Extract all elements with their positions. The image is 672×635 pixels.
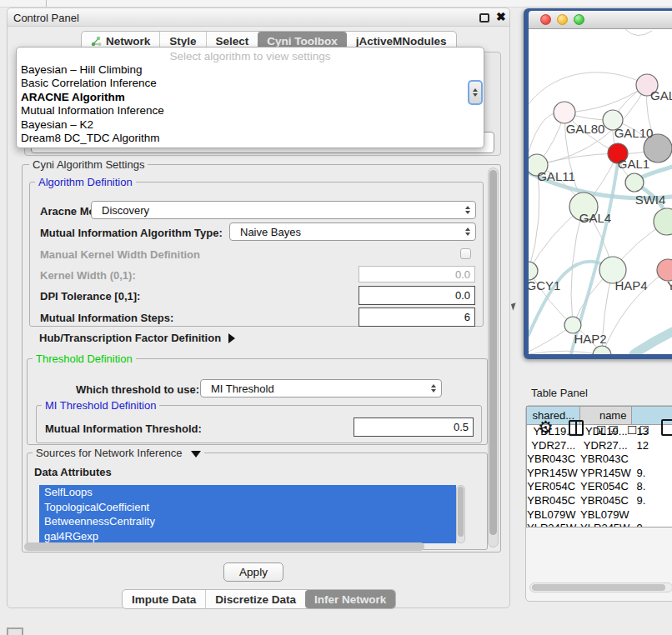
attributes-list-scroll-thumb[interactable] (458, 487, 464, 537)
table-cell: YER054C (527, 480, 580, 494)
node-hap2[interactable] (564, 317, 581, 333)
algorithm-option-basic-correlation-inference[interactable]: Basic Correlation Inference (17, 77, 484, 90)
stepper-up-icon (473, 88, 478, 92)
algorithm-option-dream8-dc-tdc-algorithm[interactable]: Dream8 DC_TDC Algorithm (17, 132, 484, 145)
table-cell: YBL079W (580, 508, 633, 522)
tab-impute-data[interactable]: Impute Data (123, 590, 205, 608)
table-cell: YLR345W (580, 522, 633, 528)
algorithm-combo-stepper[interactable] (468, 80, 483, 105)
node-label-swi4: SWI4 (635, 192, 666, 207)
kernel-width-label: Kernel Width (0,1): (40, 269, 136, 282)
attribute-betweennesscentrality[interactable]: BetweennessCentrality (39, 514, 456, 529)
aracne-mode-value: Discovery (92, 204, 465, 217)
mi-threshold-field[interactable]: 0.5 (354, 418, 474, 437)
tab-infer-network[interactable]: Infer Network (305, 590, 395, 608)
table-cell: 8. (633, 480, 672, 494)
gear-icon[interactable]: ⚙ (538, 418, 554, 438)
tab-label: Style (169, 35, 196, 48)
column-header-name[interactable]: name (580, 407, 632, 424)
node-gcy1[interactable] (529, 262, 538, 280)
algorithm-option-aracne-algorithm[interactable]: ARACNE Algorithm (17, 91, 484, 104)
network-tab-icon (91, 36, 102, 47)
sources-title-text: Sources for Network Inference (36, 447, 183, 459)
node-swi4[interactable] (625, 173, 644, 192)
mi-steps-label: Mutual Information Steps: (40, 312, 173, 324)
table-row[interactable]: YBL079WYBL079W (527, 508, 672, 522)
mi-steps-field[interactable]: 6 (359, 308, 475, 327)
close-window-icon[interactable] (540, 14, 551, 25)
algorithm-option-bayesian-k2[interactable]: Bayesian – K2 (17, 118, 484, 132)
attribute-selfloops[interactable]: SelfLoops (39, 485, 456, 500)
combo-stepper-icon (465, 206, 470, 214)
combo-stepper-icon (431, 384, 436, 392)
bottom-tab-bar: Impute DataDiscretize DataInfer Network (122, 589, 396, 609)
minimized-panel-icon[interactable] (7, 628, 23, 635)
network-canvas[interactable]: GALGAL80GAL10GAL1GAL11SWI4GAL4GCY1HAP4YH… (529, 29, 672, 354)
table-hscroll-thumb[interactable] (532, 584, 665, 591)
close-panel-icon[interactable]: ✖ (496, 10, 506, 23)
algorithm-definition-group: Algorithm Definition Aracne Mode: Discov… (29, 182, 484, 327)
table-row[interactable]: YBR043CYBR043C (527, 452, 672, 467)
float-panel-icon[interactable] (479, 13, 489, 22)
control-panel-titlebar (8, 8, 509, 27)
control-panel-title: Control Panel (13, 12, 79, 24)
algorithm-option-bayesian-hill-climbing[interactable]: Bayesian – Hill Climbing (17, 63, 484, 77)
settings-vscroll-thumb[interactable] (489, 170, 497, 535)
table-cell: 9. (633, 494, 672, 508)
aracne-mode-combo[interactable]: Discovery (91, 201, 476, 219)
tab-label: jActiveMNodules (356, 35, 447, 48)
settings-vertical-scrollbar[interactable] (488, 168, 499, 548)
table-row[interactable]: YLR345WYLR345W9. (527, 522, 672, 528)
which-threshold-combo[interactable]: MI Threshold (200, 379, 442, 398)
dpi-tolerance-label: DPI Tolerance [0,1]: (40, 290, 140, 302)
zoom-window-icon[interactable] (574, 14, 584, 25)
tab-label: Network (106, 35, 150, 48)
table-panel-window: ⚙ ☑☑ ☐☐ shared...name YDL19...YDL19...13… (525, 405, 672, 602)
tab-label: Impute Data (132, 593, 196, 606)
minimize-window-icon[interactable] (557, 14, 568, 25)
mi-algorithm-type-combo[interactable]: Naive Bayes (229, 222, 476, 241)
hub-tf-definition-toggle[interactable]: Hub/Transcription Factor Definition (39, 332, 235, 344)
node-label-gal11: GAL11 (537, 169, 575, 183)
table-cell: YER054C (580, 480, 633, 494)
select-all-checkboxes-icon[interactable]: ☑☑ (596, 423, 620, 437)
mi-threshold-definition-title: MI Threshold Definition (42, 399, 159, 412)
stepper-down-icon (473, 93, 478, 97)
kernel-width-field[interactable]: 0.0 (359, 266, 475, 282)
table-horizontal-scrollbar[interactable] (529, 582, 672, 592)
table-body: YDL19...YDL19...13YDR27...YDR27...12YBR0… (527, 425, 672, 528)
node-bottom[interactable] (593, 346, 611, 354)
table-panel-title: Table Panel (531, 387, 588, 399)
dpi-tolerance-field[interactable]: 0.0 (359, 286, 475, 305)
apply-button[interactable]: Apply (223, 562, 283, 582)
attribute-topologicalcoefficient[interactable]: TopologicalCoefficient (39, 500, 456, 515)
table-cell: 12 (633, 439, 672, 453)
table-row[interactable]: YER054CYER054C8. (527, 480, 672, 494)
deselect-all-checkboxes-icon[interactable]: ☐☐ (627, 423, 651, 437)
settings-horizontal-scroll-thumb[interactable] (24, 542, 424, 551)
table-row[interactable]: YBR045CYBR045C9. (527, 494, 672, 508)
attributes-list-scrollbar[interactable] (456, 485, 465, 543)
collapsed-arrow-icon (228, 333, 235, 343)
split-columns-icon[interactable] (569, 420, 584, 436)
export-table-icon[interactable] (661, 419, 672, 436)
top-background-strip (0, 0, 672, 8)
attribute-gal4rgexp[interactable]: gal4RGexp (39, 529, 456, 544)
mouse-cursor (511, 302, 518, 310)
node-label-gal10: GAL10 (614, 126, 654, 140)
data-attributes-list: SelfLoopsTopologicalCoefficientBetweenne… (39, 485, 456, 543)
table-cell: YPR145W (580, 467, 633, 481)
node-gal80[interactable] (554, 102, 575, 123)
table-cell: 9. (633, 467, 672, 481)
table-cell: YBR045C (580, 494, 633, 508)
which-threshold-value: MI Threshold (201, 382, 431, 395)
manual-kernel-width-checkbox[interactable] (460, 248, 471, 259)
table-row[interactable]: YPR145WYPR145W9. (527, 467, 672, 481)
tab-label: Discretize Data (215, 593, 296, 606)
expanded-arrow-icon[interactable] (191, 451, 201, 458)
tab-discretize-data[interactable]: Discretize Data (205, 590, 305, 608)
node-label-gal: GAL (650, 88, 672, 102)
algorithm-option-mutual-information-inference[interactable]: Mutual Information Inference (17, 104, 484, 118)
node-green-right[interactable] (654, 208, 672, 235)
table-row[interactable]: YDR27...YDR27...12 (527, 439, 672, 453)
